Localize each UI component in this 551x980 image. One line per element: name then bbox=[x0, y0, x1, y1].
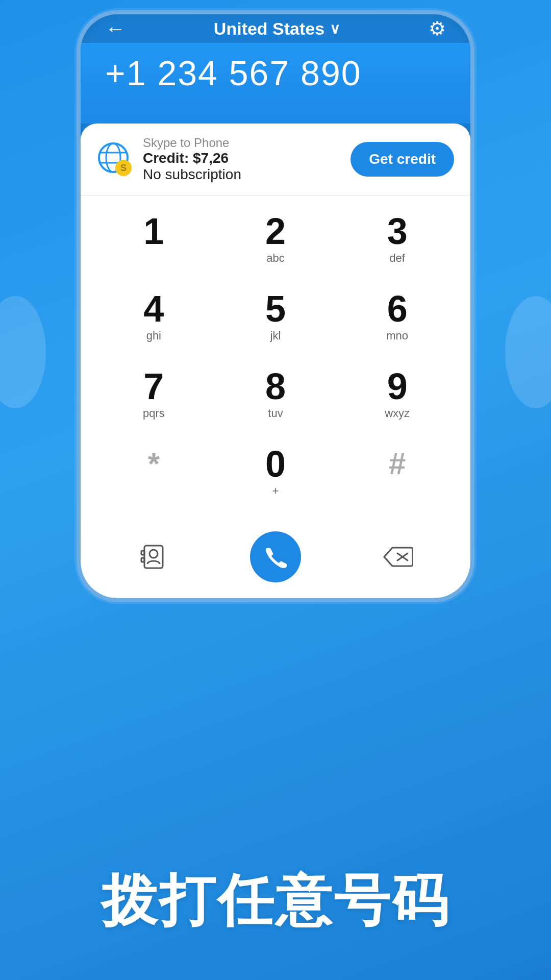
call-icon bbox=[263, 544, 288, 570]
settings-icon[interactable]: ⚙ bbox=[429, 17, 446, 40]
country-label: United States bbox=[214, 19, 324, 39]
svg-point-9 bbox=[149, 550, 158, 558]
dial-key-2[interactable]: 2 abc bbox=[215, 201, 337, 278]
contacts-icon bbox=[140, 544, 167, 570]
dial-key-hash[interactable]: # bbox=[336, 433, 458, 511]
wave-decoration-left bbox=[0, 296, 46, 408]
credit-icon: S bbox=[97, 141, 133, 177]
dial-letters-9: wxyz bbox=[385, 407, 410, 421]
credit-info: Skype to Phone Credit: $7,26 No subscrip… bbox=[143, 136, 340, 183]
back-button[interactable]: ← bbox=[105, 17, 126, 40]
backspace-button[interactable] bbox=[336, 535, 458, 578]
credit-service-label: Skype to Phone bbox=[143, 136, 340, 150]
dial-key-star[interactable]: * bbox=[93, 433, 215, 511]
dialpad-grid: 1 2 abc 3 def 4 ghi 5 jkl bbox=[81, 195, 470, 516]
dial-key-5[interactable]: 5 jkl bbox=[215, 278, 337, 356]
call-button-container bbox=[215, 521, 337, 593]
dial-letters-6: mno bbox=[386, 329, 408, 344]
dial-letters-0: + bbox=[272, 484, 279, 499]
call-button[interactable] bbox=[250, 531, 301, 582]
dial-num-5: 5 bbox=[265, 290, 286, 327]
dial-key-0[interactable]: 0 + bbox=[215, 433, 337, 511]
dialpad-actions bbox=[81, 516, 470, 602]
dial-key-9[interactable]: 9 wxyz bbox=[336, 356, 458, 433]
dial-num-star: * bbox=[148, 449, 160, 479]
dial-key-4[interactable]: 4 ghi bbox=[93, 278, 215, 356]
dialpad-section: S Skype to Phone Credit: $7,26 No subscr… bbox=[81, 124, 470, 602]
phone-number-display: +1 234 567 890 bbox=[81, 43, 470, 124]
dial-num-0: 0 bbox=[265, 446, 286, 482]
contacts-button[interactable] bbox=[93, 533, 215, 580]
dial-letters-5: jkl bbox=[270, 329, 281, 344]
dial-key-3[interactable]: 3 def bbox=[336, 201, 458, 278]
backspace-icon bbox=[382, 546, 413, 568]
country-selector[interactable]: United States ∨ bbox=[214, 19, 340, 39]
get-credit-button[interactable]: Get credit bbox=[350, 142, 454, 177]
phone-container: ← United States ∨ ⚙ +1 234 567 890 bbox=[77, 10, 474, 602]
credit-subscription: No subscription bbox=[143, 166, 340, 183]
dial-num-3: 3 bbox=[387, 213, 408, 250]
dial-key-8[interactable]: 8 tuv bbox=[215, 356, 337, 433]
phone-frame: ← United States ∨ ⚙ +1 234 567 890 bbox=[77, 10, 474, 602]
chevron-down-icon: ∨ bbox=[330, 20, 340, 37]
dial-num-1: 1 bbox=[143, 213, 164, 250]
phone-number: +1 234 567 890 bbox=[105, 53, 446, 93]
dial-key-7[interactable]: 7 pqrs bbox=[93, 356, 215, 433]
dial-num-2: 2 bbox=[265, 213, 286, 250]
svg-text:S: S bbox=[120, 163, 127, 173]
wave-decoration-right bbox=[505, 296, 551, 408]
dial-letters-1 bbox=[152, 252, 155, 266]
dial-letters-2: abc bbox=[266, 252, 284, 266]
dial-num-4: 4 bbox=[143, 290, 164, 327]
dial-num-9: 9 bbox=[387, 368, 408, 405]
dial-key-6[interactable]: 6 mno bbox=[336, 278, 458, 356]
footer-section: 拨打任意号码 bbox=[0, 863, 551, 939]
dial-key-1[interactable]: 1 bbox=[93, 201, 215, 278]
svg-rect-8 bbox=[141, 558, 144, 562]
dial-letters-8: tuv bbox=[268, 407, 283, 421]
credit-bar: S Skype to Phone Credit: $7,26 No subscr… bbox=[81, 124, 470, 195]
dial-letters-4: ghi bbox=[146, 329, 161, 344]
dial-num-6: 6 bbox=[387, 290, 408, 327]
dial-num-8: 8 bbox=[265, 368, 286, 405]
dial-num-hash: # bbox=[389, 449, 406, 479]
credit-amount: Credit: $7,26 bbox=[143, 150, 340, 166]
dial-num-7: 7 bbox=[143, 368, 164, 405]
status-bar: ← United States ∨ ⚙ bbox=[81, 14, 470, 43]
dial-letters-hash bbox=[396, 481, 399, 496]
dial-letters-3: def bbox=[389, 252, 405, 266]
footer-chinese-text: 拨打任意号码 bbox=[0, 863, 551, 939]
svg-rect-7 bbox=[141, 551, 144, 555]
dial-letters-7: pqrs bbox=[143, 407, 165, 421]
dial-letters-star bbox=[152, 481, 155, 496]
